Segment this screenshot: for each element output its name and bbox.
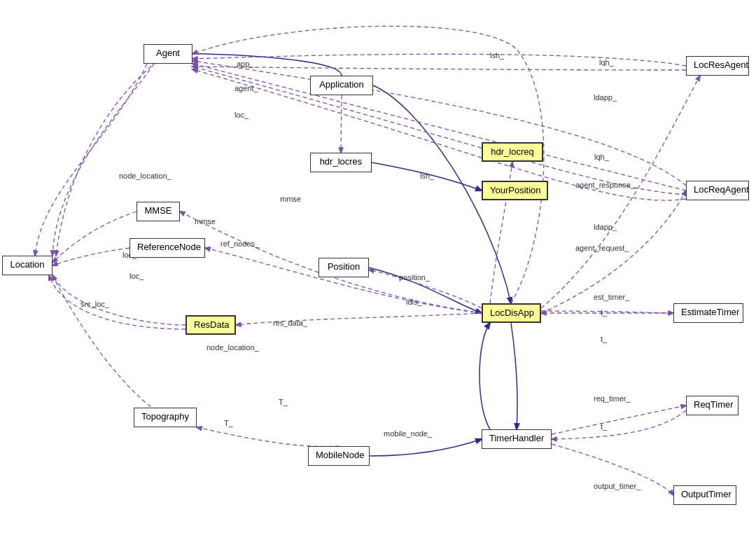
node-topography: Topography [134,408,197,427]
edge-label-11: res_data_ [273,319,307,327]
node-mmse: MMSE [136,202,180,221]
node-resdata: ResData [186,315,236,335]
edge-label-9: src_loc_ [80,300,109,308]
edge-label-2: loc_ [234,111,248,119]
edge-label-20: ldapp_ [594,223,617,231]
node-outputtimer: OutputTimer [673,485,736,505]
node-position: Position [318,258,369,277]
edge-label-16: lqh_ [599,58,614,67]
node-locresagent: LocResAgent [686,56,749,76]
edge-label-23: t_ [601,308,607,317]
node-hdr_locreq: hdr_locreq [482,142,543,162]
edge-label-26: t_ [601,422,607,431]
edge-label-1: agent_ [234,84,258,92]
edge-label-14: lsh_ [420,172,434,180]
edge-label-27: mobile_node_ [384,429,432,438]
node-timerhandler: TimerHandler [482,429,552,449]
edge-label-3: node_location_ [119,172,172,180]
diagram-svg [0,0,756,533]
edge-label-13: ldis_ [406,298,422,306]
node-hdr_locres: hdr_locres [310,153,372,172]
edge-label-21: agent_request_ [575,244,629,252]
node-yourposition: YourPosition [482,181,548,200]
diagram-container: AgentApplicationhdr_locresMMSEReferenceN… [0,0,756,533]
edge-label-8: loc_ [130,272,144,280]
edge-label-4: mmse [280,195,301,203]
edge-label-19: agent_response_ [575,181,635,189]
edge-label-12: node_location_ [206,343,259,352]
edge-label-5: mmse [195,217,216,226]
node-reqtimer: ReqTimer [686,396,738,415]
node-estimatetimer: EstimateTimer [673,303,743,323]
edge-label-10: position_ [399,273,430,282]
node-mobilenode: MobileNode [308,446,370,466]
node-application: Application [310,76,373,95]
node-locdisapp: LocDisApp [482,303,541,323]
edge-label-15: lsh_ [490,51,504,60]
edge-label-28: T_ [279,398,288,406]
node-location: Location [2,256,52,275]
node-agent: Agent [144,44,192,64]
edge-label-25: req_timer_ [594,394,631,403]
edge-label-6: ref_nodes_ [220,240,259,248]
edge-label-18: lqh_ [594,153,609,161]
edge-label-22: est_timer_ [594,293,629,301]
node-locreqagent: LocReqAgent [686,181,749,200]
edge-label-30: output_timer_ [594,482,640,490]
edge-label-17: ldapp_ [594,93,617,102]
edge-label-0: app_ [237,60,253,68]
node-referencenode: ReferenceNode [130,238,205,258]
edge-label-24: t_ [601,335,607,343]
edge-label-29: T_ [224,419,233,427]
